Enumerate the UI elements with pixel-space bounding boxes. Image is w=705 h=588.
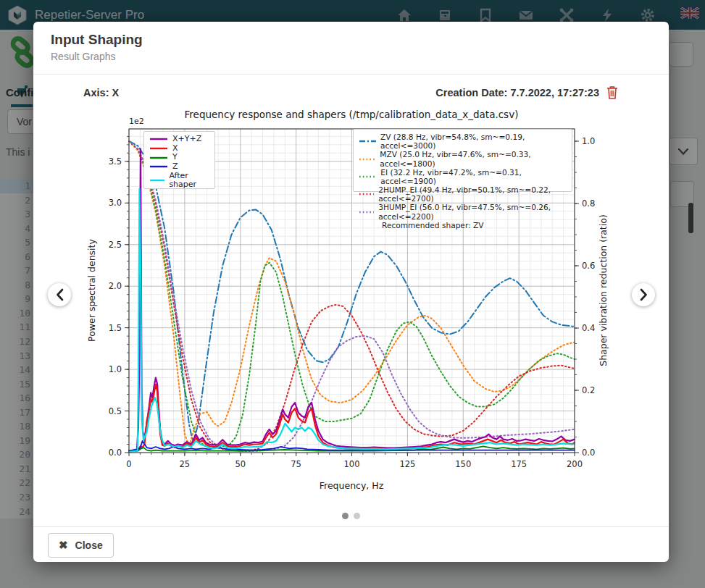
trash-icon[interactable] xyxy=(606,85,618,99)
svg-text:0: 0 xyxy=(126,459,131,469)
carousel-dots xyxy=(33,513,669,519)
svg-text:175: 175 xyxy=(511,459,527,469)
legend-swatch xyxy=(149,155,168,161)
axis-row: Axis: X Creation Date: 7.7.2022, 17:27:2… xyxy=(83,85,618,99)
legend-label: 2HUMP_EI (49.4 Hz, vibr=50.1%, sm~=0.22,… xyxy=(378,185,567,203)
svg-text:3.5: 3.5 xyxy=(109,156,122,167)
svg-text:0.4: 0.4 xyxy=(582,323,595,333)
legend-label: EI (32.2 Hz, vibr=47.2%, sm~=0.31, accel… xyxy=(380,168,567,185)
close-button[interactable]: ✖ Close xyxy=(48,533,114,558)
svg-text:Shaper vibration reduction (ra: Shaper vibration reduction (ratio) xyxy=(598,214,609,366)
svg-text:25: 25 xyxy=(180,459,191,469)
svg-text:100: 100 xyxy=(344,459,360,469)
legend-label: Z xyxy=(172,162,178,172)
svg-text:Frequency response and shapers: Frequency response and shapers (/tmp/cal… xyxy=(185,109,519,120)
creation-date: Creation Date: 7.7.2022, 17:27:23 xyxy=(435,87,599,98)
svg-text:2.5: 2.5 xyxy=(109,240,122,250)
close-x-icon: ✖ xyxy=(59,539,68,552)
svg-text:0.0: 0.0 xyxy=(582,448,595,458)
legend-swatch xyxy=(359,222,377,228)
legend-item: Y xyxy=(149,153,209,162)
svg-text:125: 125 xyxy=(399,459,415,469)
svg-text:0.0: 0.0 xyxy=(109,448,122,458)
legend-swatch xyxy=(359,156,375,162)
svg-text:2.0: 2.0 xyxy=(109,281,122,291)
svg-text:0.8: 0.8 xyxy=(582,198,595,209)
svg-text:Frequency, Hz: Frequency, Hz xyxy=(320,480,384,491)
legend-item: After shaper xyxy=(149,172,209,190)
screen: Repetier-Server Pro Confi Vor This i 123… xyxy=(0,0,705,588)
prev-graph-button[interactable] xyxy=(48,283,71,306)
next-graph-button[interactable] xyxy=(632,283,655,306)
legend-item: ZV (28.8 Hz, vibr=54.8%, sm~=0.19, accel… xyxy=(359,133,567,150)
legend-swatch xyxy=(149,146,168,151)
svg-text:0.6: 0.6 xyxy=(582,261,595,271)
svg-text:0.5: 0.5 xyxy=(109,406,122,416)
svg-text:Power spectral density: Power spectral density xyxy=(86,239,97,342)
chart: 02550751001251501752000.00.51.01.52.02.5… xyxy=(83,104,617,503)
legend-item: EI (32.2 Hz, vibr=47.2%, sm~=0.31, accel… xyxy=(359,168,567,185)
chart-legend-shapers: ZV (28.8 Hz, vibr=54.8%, sm~=0.19, accel… xyxy=(353,129,572,192)
legend-label: X+Y+Z xyxy=(172,135,201,144)
legend-label: MZV (25.0 Hz, vibr=47.6%, sm~=0.33, acce… xyxy=(380,150,567,167)
dialog-subtitle: Result Graphs xyxy=(51,51,651,62)
dialog-title: Input Shaping xyxy=(51,32,651,48)
legend-item: MZV (25.0 Hz, vibr=47.6%, sm~=0.33, acce… xyxy=(359,150,567,167)
chevron-right-icon xyxy=(640,288,648,301)
svg-text:0.2: 0.2 xyxy=(582,385,595,395)
svg-text:200: 200 xyxy=(567,459,583,469)
legend-swatch xyxy=(359,209,374,215)
legend-swatch xyxy=(359,191,374,197)
svg-text:1.0: 1.0 xyxy=(582,136,595,146)
input-shaping-dialog: Input Shaping Result Graphs Axis: X Crea… xyxy=(33,22,669,562)
chevron-left-icon xyxy=(56,288,64,301)
close-button-label: Close xyxy=(75,539,103,551)
legend-item: Recommended shaper: ZV xyxy=(359,221,567,230)
carousel-dot-active[interactable] xyxy=(342,513,349,519)
legend-swatch xyxy=(359,138,376,144)
legend-label: After shaper xyxy=(169,172,209,190)
svg-text:50: 50 xyxy=(235,459,246,469)
carousel-dot[interactable] xyxy=(354,513,360,519)
legend-label: Recommended shaper: ZV xyxy=(382,221,484,230)
dialog-header: Input Shaping Result Graphs xyxy=(33,22,669,75)
legend-item: Z xyxy=(149,162,209,172)
svg-text:1.0: 1.0 xyxy=(109,364,122,374)
legend-swatch xyxy=(149,136,168,142)
legend-label: ZV (28.8 Hz, vibr=54.8%, sm~=0.19, accel… xyxy=(380,133,567,150)
svg-text:150: 150 xyxy=(455,459,471,469)
svg-text:1e2: 1e2 xyxy=(129,117,144,126)
svg-text:75: 75 xyxy=(291,459,301,469)
legend-swatch xyxy=(149,177,164,183)
dialog-footer: ✖ Close xyxy=(33,526,669,563)
legend-item: X xyxy=(149,144,209,154)
legend-label: 3HUMP_EI (56.0 Hz, vibr=47.5%, sm~=0.26,… xyxy=(378,203,567,220)
svg-text:3.0: 3.0 xyxy=(109,198,122,208)
chart-legend-measured: X+Y+ZXYZAfter shaper xyxy=(143,131,215,189)
legend-swatch xyxy=(359,174,376,180)
axis-label: Axis: X xyxy=(83,87,119,98)
legend-item: X+Y+Z xyxy=(149,135,209,144)
legend-item: 2HUMP_EI (49.4 Hz, vibr=50.1%, sm~=0.22,… xyxy=(359,185,567,203)
legend-item: 3HUMP_EI (56.0 Hz, vibr=47.5%, sm~=0.26,… xyxy=(359,203,567,220)
svg-text:1.5: 1.5 xyxy=(109,323,122,333)
legend-swatch xyxy=(149,164,168,169)
